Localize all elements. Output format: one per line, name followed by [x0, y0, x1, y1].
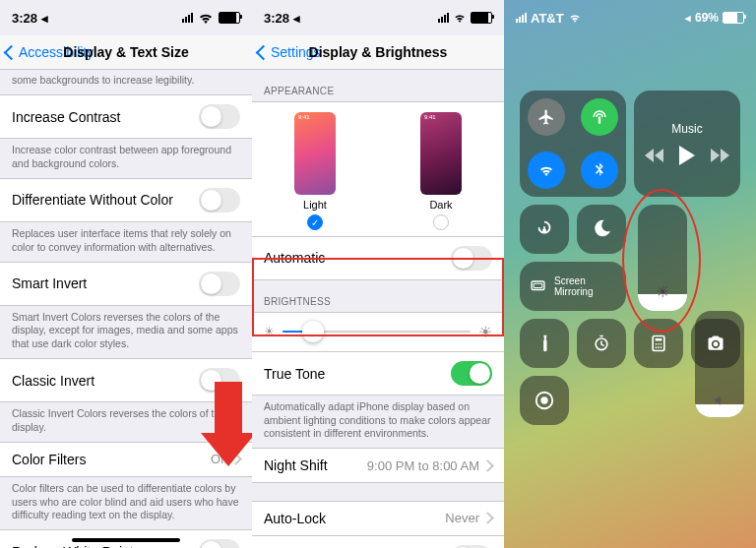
nav-bar: Settings Display & Brightness [252, 35, 504, 70]
svg-point-12 [540, 396, 547, 403]
back-button[interactable]: Settings [258, 44, 321, 60]
music-label: Music [671, 122, 702, 136]
airplane-button[interactable] [528, 98, 565, 136]
row-automatic[interactable]: Automatic [252, 236, 504, 280]
svg-rect-1 [534, 283, 542, 287]
status-bar: 3:28 ◂ [0, 0, 252, 35]
svg-point-7 [661, 343, 662, 345]
forward-button[interactable] [711, 149, 729, 162]
wallpaper-dark-thumb: 9:41 [420, 112, 462, 195]
row-raise-to-wake[interactable]: Raise to Wake [252, 535, 504, 548]
row-auto-lock[interactable]: Auto-Lock Never [252, 501, 504, 536]
brightness-control[interactable]: ☀︎ [638, 205, 687, 311]
row-night-shift[interactable]: Night Shift 9:00 PM to 8:00 AM [252, 448, 504, 483]
switch-automatic[interactable] [451, 246, 492, 271]
cellular-button[interactable] [581, 98, 618, 136]
row-label: Automatic [264, 250, 325, 266]
svg-point-9 [658, 346, 660, 348]
switch-classic-invert[interactable] [199, 368, 240, 393]
music-tile[interactable]: Music [634, 91, 740, 197]
connectivity-tile[interactable] [520, 91, 626, 197]
signal-icon [182, 13, 193, 23]
status-time: 3:28 [264, 11, 289, 26]
wifi-icon [453, 11, 467, 25]
battery-icon [723, 12, 744, 24]
row-label: Differentiate Without Color [12, 192, 173, 208]
svg-point-5 [656, 343, 658, 345]
row-smart-invert[interactable]: Smart Invert [0, 262, 252, 306]
back-label: Settings [271, 44, 321, 60]
switch-increase-contrast[interactable] [199, 104, 240, 129]
row-detail: Never [445, 511, 479, 525]
chevron-left-icon [256, 44, 272, 60]
carrier-label: AT&T [531, 11, 564, 26]
panel-accessibility: 3:28 ◂ Accessibility Display & Text Size… [0, 0, 252, 548]
row-label: Reduce White Point [12, 544, 134, 548]
row-label: Night Shift [264, 457, 328, 473]
wifi-icon [568, 11, 582, 25]
speaker-icon [713, 394, 726, 407]
radio-light[interactable] [307, 214, 323, 230]
row-color-filters[interactable]: Color Filters Off [0, 442, 252, 477]
settings-list: some backgrounds to increase legibility.… [0, 70, 252, 548]
battery-icon [219, 12, 240, 24]
wifi-icon [197, 9, 215, 27]
appearance-label: Light [303, 199, 327, 211]
switch-differentiate-color[interactable] [199, 188, 240, 213]
signal-icon [516, 13, 527, 23]
screen-mirroring-button[interactable]: Screen Mirroring [520, 262, 626, 311]
switch-true-tone[interactable] [451, 361, 492, 386]
switch-smart-invert[interactable] [199, 272, 240, 296]
play-button[interactable] [679, 146, 695, 165]
svg-point-10 [661, 346, 662, 348]
location-arrow-icon: ◂ [41, 11, 48, 26]
battery-percent: 69% [695, 11, 719, 25]
do-not-disturb-button[interactable] [577, 205, 626, 254]
back-button[interactable]: Accessibility [6, 44, 94, 60]
chevron-right-icon [481, 459, 494, 472]
camera-button[interactable] [691, 319, 740, 368]
row-label: Increase Contrast [12, 109, 121, 125]
timer-button[interactable] [577, 319, 626, 368]
sun-small-icon: ☀︎ [264, 325, 275, 338]
true-tone-note: Automatically adapt iPhone display based… [252, 396, 504, 449]
row-label: Smart Invert [12, 275, 87, 291]
svg-rect-4 [656, 338, 662, 341]
rewind-button[interactable] [645, 149, 663, 162]
signal-icon [438, 13, 449, 23]
row-label: Auto-Lock [264, 511, 326, 526]
flashlight-button[interactable] [520, 319, 569, 368]
smart-invert-note: Smart Invert Colors reverses the colors … [0, 306, 252, 359]
classic-invert-note: Classic Invert Colors reverses the color… [0, 402, 252, 442]
radio-dark[interactable] [433, 214, 449, 230]
chevron-left-icon [4, 44, 20, 60]
wifi-button[interactable] [528, 152, 565, 189]
mirror-label: Screen Mirroring [554, 275, 616, 297]
row-detail: 9:00 PM to 8:00 AM [367, 458, 479, 473]
bluetooth-button[interactable] [581, 152, 618, 189]
row-true-tone[interactable]: True Tone [252, 351, 504, 396]
settings-list: APPEARANCE 9:41 Light 9:41 Dark Automati… [252, 70, 504, 548]
sun-large-icon: ☀︎ [478, 323, 492, 341]
home-indicator[interactable] [72, 538, 180, 542]
increase-contrast-note: Increase color contrast between app fore… [0, 139, 252, 178]
screen-record-button[interactable] [520, 376, 569, 425]
chevron-right-icon [229, 454, 242, 466]
battery-icon [471, 12, 492, 24]
status-bar: 3:28 ◂ [252, 0, 504, 35]
back-label: Accessibility [19, 44, 94, 60]
brightness-slider[interactable] [283, 331, 471, 333]
row-label: True Tone [264, 366, 325, 382]
row-differentiate-color[interactable]: Differentiate Without Color [0, 178, 252, 222]
brightness-slider-row: ☀︎ ☀︎ [252, 312, 504, 352]
switch-reduce-white-point[interactable] [199, 539, 240, 548]
appearance-light[interactable]: 9:41 Light [294, 112, 336, 230]
appearance-dark[interactable]: 9:41 Dark [420, 112, 462, 230]
status-bar: AT&T ◂ 69% [504, 0, 756, 35]
calculator-button[interactable] [634, 319, 683, 368]
wallpaper-light-thumb: 9:41 [294, 112, 336, 195]
row-increase-contrast[interactable]: Increase Contrast [0, 94, 252, 139]
orientation-lock-button[interactable] [520, 205, 569, 254]
row-classic-invert[interactable]: Classic Invert [0, 358, 252, 402]
appearance-picker: 9:41 Light 9:41 Dark [252, 101, 504, 236]
